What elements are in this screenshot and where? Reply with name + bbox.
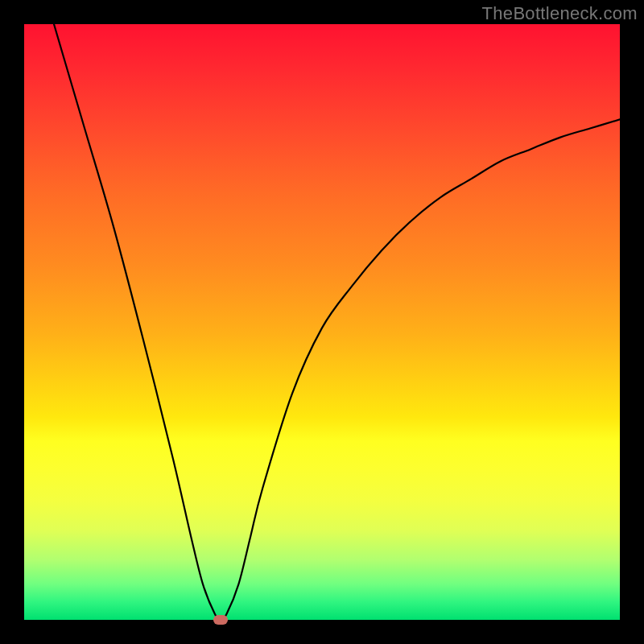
chart-frame: TheBottleneck.com — [0, 0, 644, 644]
min-point-marker — [213, 615, 228, 625]
watermark-label: TheBottleneck.com — [482, 3, 638, 24]
plot-area — [24, 24, 620, 620]
bottleneck-curve — [24, 24, 620, 620]
